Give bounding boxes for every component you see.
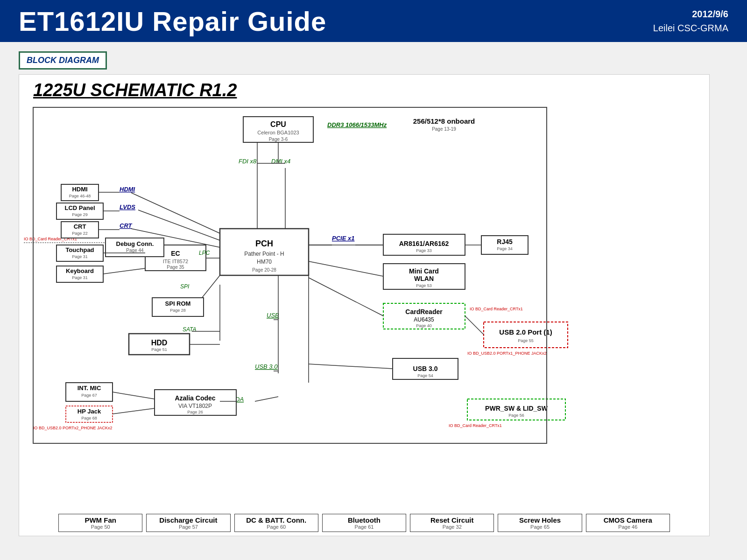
dc-batt-box: DC & BATT. Conn. Page 60 [234,514,318,532]
cmos-camera-box: CMOS Camera Page 46 [586,514,670,532]
reset-circuit-label: Reset Circuit [430,516,474,524]
svg-text:Touchpad: Touchpad [65,246,94,253]
svg-text:Page 22: Page 22 [72,231,88,236]
svg-text:USB 3.0: USB 3.0 [255,363,278,370]
svg-line-117 [113,392,155,399]
discharge-label: Discharge Circuit [159,516,217,524]
svg-text:CPU: CPU [270,120,286,128]
svg-text:CRT: CRT [120,222,133,229]
svg-text:Page 33: Page 33 [416,248,432,253]
svg-text:Page 28: Page 28 [170,308,186,313]
svg-text:Page 34: Page 34 [497,246,513,251]
dc-batt-label: DC & BATT. Conn. [246,516,306,524]
svg-text:Page 26: Page 26 [187,410,203,414]
svg-text:CardReader: CardReader [405,308,443,315]
svg-text:Page 31: Page 31 [72,275,88,280]
svg-text:HP Jack: HP Jack [78,408,101,415]
svg-text:Page 56: Page 56 [508,413,524,418]
screw-holes-label: Screw Holes [519,516,561,524]
bottom-row: PWM Fan Page 50 Discharge Circuit Page 5… [19,514,709,536]
svg-line-92 [309,261,383,276]
svg-text:LPC: LPC [199,250,210,256]
svg-text:Debug Conn.: Debug Conn. [116,240,154,247]
bluetooth-label: Bluetooth [348,516,381,524]
reset-circuit-page: Page 32 [415,524,489,530]
svg-text:256/512*8 onboard: 256/512*8 onboard [413,117,475,125]
svg-line-58 [201,275,220,299]
block-diagram-badge: BLOCK DIAGRAM [19,51,107,70]
svg-text:USB 2.0 Port (1): USB 2.0 Port (1) [499,328,552,336]
svg-line-97 [309,278,383,316]
svg-text:Page 13-19: Page 13-19 [432,126,456,132]
svg-text:RJ45: RJ45 [497,238,513,245]
main-content: BLOCK DIAGRAM 1225U SCHEMATIC R1.2 CPU C… [0,42,747,560]
svg-text:Page 51: Page 51 [151,347,167,352]
discharge-box: Discharge Circuit Page 57 [146,514,230,532]
svg-text:Mini Card: Mini Card [409,267,439,275]
discharge-page: Page 57 [151,524,225,530]
svg-text:CRT: CRT [74,223,86,230]
pwm-fan-page: Page 50 [63,524,137,530]
svg-text:Page 44: Page 44 [126,248,144,253]
svg-text:Page 46-48: Page 46-48 [69,194,91,198]
reset-circuit-box: Reset Circuit Page 32 [410,514,494,532]
svg-text:SPI: SPI [180,283,190,290]
bluetooth-box: Bluetooth Page 61 [322,514,406,532]
cmos-camera-page: Page 46 [591,524,665,530]
svg-text:Page 55: Page 55 [518,338,534,343]
cmos-camera-label: CMOS Camera [604,516,652,524]
svg-text:Page 20-28: Page 20-28 [252,267,276,273]
pwm-fan-label: PWM Fan [85,516,116,524]
svg-line-56 [103,268,145,274]
svg-text:HDMI: HDMI [72,186,87,193]
svg-text:INT. MIC: INT. MIC [78,385,101,392]
svg-text:USB 3.0: USB 3.0 [413,365,438,372]
dc-batt-page: Page 60 [240,524,313,530]
svg-text:Keyboard: Keyboard [66,267,94,274]
svg-line-76 [255,397,278,401]
svg-text:HDD: HDD [151,339,168,347]
svg-text:VIA VT1802P: VIA VT1802P [178,403,212,409]
svg-text:IO BD_Card Reader_CRTx1: IO BD_Card Reader_CRTx1 [470,307,523,311]
page-title: ET1612IU Repair Guide [19,6,326,37]
svg-text:ITE IT8572: ITE IT8572 [163,259,188,264]
svg-text:Page 68: Page 68 [81,416,97,420]
svg-text:Celeron BGA1023: Celeron BGA1023 [257,130,299,135]
header-meta: 2012/9/6 Leilei CSC-GRMA [653,7,728,35]
svg-text:AR8161/AR6162: AR8161/AR6162 [399,240,449,247]
svg-text:Page 67: Page 67 [81,393,97,398]
svg-text:Page 29: Page 29 [72,212,88,217]
pwm-fan-box: PWM Fan Page 50 [58,514,142,532]
svg-text:FDI x8: FDI x8 [239,158,257,165]
bluetooth-page: Page 61 [327,524,401,530]
svg-text:SATA: SATA [183,326,197,333]
block-diagram-svg: CPU Celeron BGA1023 Page 3-6 DDR3 1066/1… [19,103,710,536]
svg-text:USB: USB [267,312,279,319]
svg-line-107 [309,364,393,369]
svg-text:HM70: HM70 [257,259,272,265]
svg-text:PWR_SW & LID_SW: PWR_SW & LID_SW [485,405,548,412]
svg-text:IO BD_USB2.0 PORTx1_PHONE JACK: IO BD_USB2.0 PORTx1_PHONE JACKx2 [467,351,546,356]
svg-text:AU6435: AU6435 [414,316,434,323]
svg-text:Azalia Codec: Azalia Codec [175,394,215,402]
svg-text:Page 54: Page 54 [417,373,433,378]
svg-text:PCH: PCH [255,239,273,248]
schematic-container: 1225U SCHEMATIC R1.2 CPU Celeron BGA1023… [19,74,710,536]
svg-text:Page 3-6: Page 3-6 [269,137,288,142]
svg-text:HDMI: HDMI [120,186,135,193]
svg-text:Page 35: Page 35 [167,265,184,270]
svg-line-121 [113,408,155,414]
svg-line-102 [465,316,484,335]
svg-text:Page 53: Page 53 [416,283,432,288]
svg-text:DDR3 1066/1533MHz: DDR3 1066/1533MHz [327,121,387,128]
svg-line-32 [131,193,220,233]
svg-text:LVDS: LVDS [120,203,135,210]
svg-text:Pather Point - H: Pather Point - H [244,251,284,257]
svg-text:SPI ROM: SPI ROM [165,300,191,307]
screw-holes-page: Page 65 [503,524,577,530]
svg-text:PCIE x1: PCIE x1 [332,235,354,242]
header-author: Leilei CSC-GRMA [653,21,728,35]
header: ET1612IU Repair Guide 2012/9/6 Leilei CS… [0,0,747,42]
svg-text:Page 40: Page 40 [416,323,432,328]
svg-text:LCD Panel: LCD Panel [64,204,95,211]
